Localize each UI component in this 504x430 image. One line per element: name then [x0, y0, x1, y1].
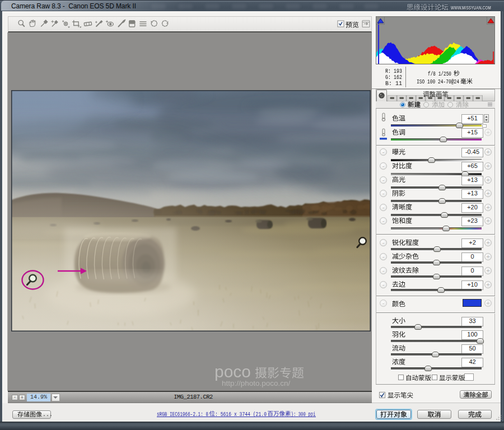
- svg-text:): 300 ppi: ): 300 ppi: [291, 412, 316, 418]
- svg-text:WWW.MISSYUAN.COM: WWW.MISSYUAN.COM: [451, 4, 491, 11]
- svg-text:B: 11: B: 11: [385, 80, 402, 87]
- svg-text:...: ...: [43, 412, 53, 418]
- svg-text:f/8 1/250: f/8 1/250: [428, 71, 451, 77]
- svg-text:: 5616 x 3744 (21.0: : 5616 x 3744 (21.0: [215, 412, 267, 418]
- svg-text:sRGB IEC61966-2.1: 8: sRGB IEC61966-2.1: 8: [157, 412, 208, 418]
- svg-text:ISO 100 24-70@24: ISO 100 24-70@24: [417, 78, 459, 85]
- svg-text:http://photo.poco.cn/: http://photo.poco.cn/: [222, 379, 291, 387]
- svg-text:poco: poco: [214, 362, 251, 381]
